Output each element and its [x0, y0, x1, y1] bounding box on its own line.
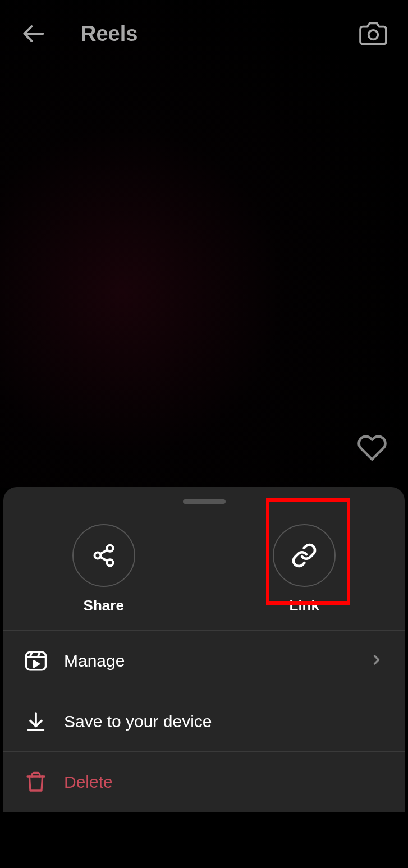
svg-rect-7 — [26, 652, 46, 670]
share-circle — [72, 524, 135, 587]
svg-marker-11 — [34, 661, 39, 667]
delete-icon-wrapper — [24, 770, 48, 794]
back-button[interactable] — [20, 20, 47, 47]
manage-icon-wrapper — [24, 649, 48, 673]
download-icon — [25, 710, 47, 733]
delete-label: Delete — [64, 773, 384, 792]
link-circle — [273, 524, 336, 587]
like-button[interactable] — [356, 432, 388, 463]
camera-icon — [359, 20, 387, 48]
menu-list: Manage Save to your device — [3, 630, 405, 812]
svg-line-6 — [100, 550, 107, 554]
manage-label: Manage — [64, 651, 353, 670]
drag-handle[interactable] — [183, 499, 226, 504]
link-icon — [291, 543, 317, 568]
save-label: Save to your device — [64, 712, 384, 731]
reels-icon — [24, 649, 48, 673]
link-action[interactable]: Link — [273, 524, 336, 614]
reel-content-background — [0, 0, 408, 488]
trash-icon — [25, 771, 47, 793]
save-menu-item[interactable]: Save to your device — [3, 691, 405, 752]
heart-icon — [357, 433, 387, 463]
share-icon — [91, 543, 116, 568]
share-label: Share — [84, 597, 124, 614]
save-icon-wrapper — [24, 709, 48, 734]
header: Reels — [0, 0, 408, 67]
share-action[interactable]: Share — [72, 524, 135, 614]
arrow-left-icon — [21, 21, 46, 46]
delete-menu-item[interactable]: Delete — [3, 752, 405, 812]
chevron-right-icon — [369, 652, 384, 670]
camera-button[interactable] — [359, 19, 388, 48]
action-row: Share Link — [3, 504, 405, 630]
link-label: Link — [290, 597, 319, 614]
manage-menu-item[interactable]: Manage — [3, 631, 405, 691]
page-title: Reels — [81, 22, 137, 46]
svg-point-1 — [369, 30, 378, 40]
svg-line-5 — [100, 557, 107, 561]
bottom-sheet: Share Link Ma — [3, 487, 405, 812]
